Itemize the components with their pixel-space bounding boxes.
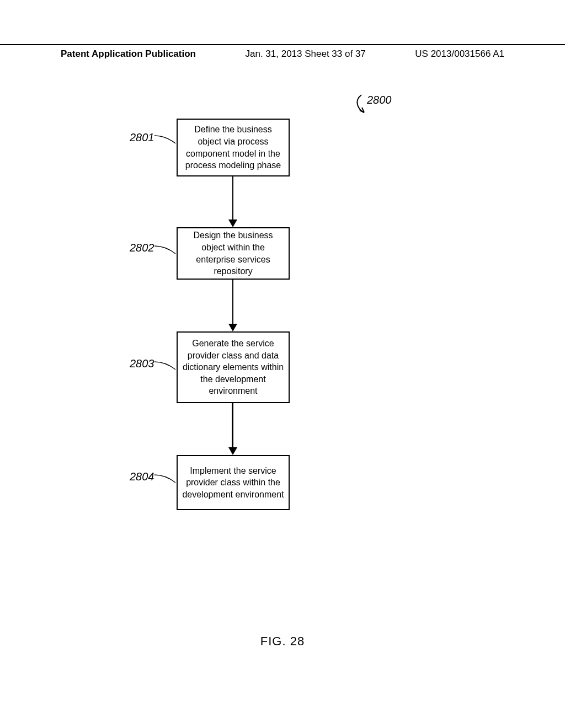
arrow-down-icon [228, 447, 237, 455]
page-header: Patent Application Publication Jan. 31, … [0, 44, 565, 60]
arrow-down-icon [228, 220, 237, 227]
step-box-2801: Define the business object via process c… [177, 119, 290, 176]
arrow-line [232, 403, 233, 448]
arrow-line [232, 176, 233, 221]
arrow-down-icon [228, 324, 237, 331]
step-ref-2803: 2803 [130, 357, 154, 370]
step-box-2803: Generate the service provider class and … [177, 331, 290, 403]
step-ref-2804: 2804 [130, 470, 154, 483]
header-sheet-info: Jan. 31, 2013 Sheet 33 of 37 [245, 49, 365, 60]
connector-line-icon [154, 244, 177, 255]
header-row: Patent Application Publication Jan. 31, … [0, 49, 565, 60]
step-box-2804: Implement the service provider class wit… [177, 455, 290, 510]
flowchart-diagram: 2800 2801 Define the business object via… [0, 88, 565, 596]
connector-line-icon [154, 133, 177, 144]
main-reference-label: 2800 [367, 94, 392, 106]
step-text: Design the business object within the en… [182, 229, 284, 277]
step-text: Generate the service provider class and … [182, 338, 284, 397]
connector-line-icon [154, 360, 177, 371]
figure-caption: FIG. 28 [0, 634, 565, 649]
step-text: Implement the service provider class wit… [182, 465, 284, 501]
step-box-2802: Design the business object within the en… [177, 227, 290, 280]
header-publication: Patent Application Publication [61, 49, 196, 60]
step-text: Define the business object via process c… [182, 124, 284, 171]
step-ref-2802: 2802 [130, 242, 154, 254]
arrow-line [232, 280, 233, 325]
header-pub-number: US 2013/0031566 A1 [415, 49, 504, 60]
connector-line-icon [154, 473, 177, 484]
step-ref-2801: 2801 [130, 131, 154, 144]
